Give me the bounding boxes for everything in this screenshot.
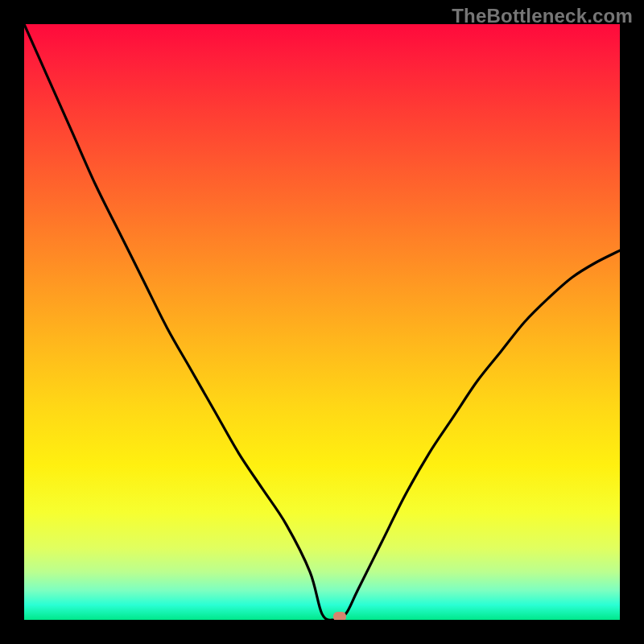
watermark-text: TheBottleneck.com <box>452 5 633 27</box>
chart-frame: TheBottleneck.com <box>0 0 644 644</box>
optimum-marker-icon <box>333 612 346 620</box>
bottleneck-curve <box>24 24 620 620</box>
plot-area <box>24 24 620 620</box>
